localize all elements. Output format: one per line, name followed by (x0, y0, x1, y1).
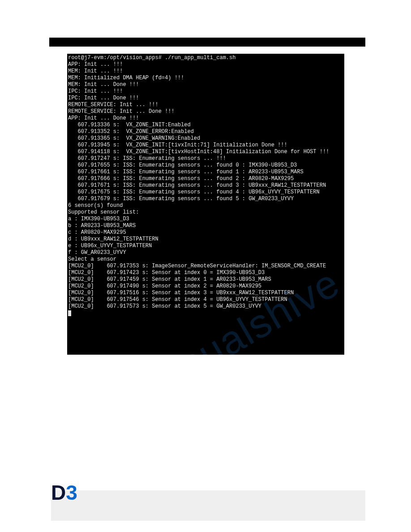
logo-number-3: 3 (66, 481, 77, 504)
terminal-screenshot: root@j7-evm:/opt/vision_apps# ./run_app_… (67, 54, 344, 355)
logo-letter-d: D (51, 481, 66, 504)
terminal-output: root@j7-evm:/opt/vision_apps# ./run_app_… (67, 54, 344, 317)
d3-logo: D3 (51, 482, 77, 503)
header-black-bar (49, 38, 365, 47)
footer-bar (51, 490, 365, 521)
terminal-cursor (68, 310, 71, 316)
page: root@j7-evm:/opt/vision_apps# ./run_app_… (0, 0, 411, 532)
